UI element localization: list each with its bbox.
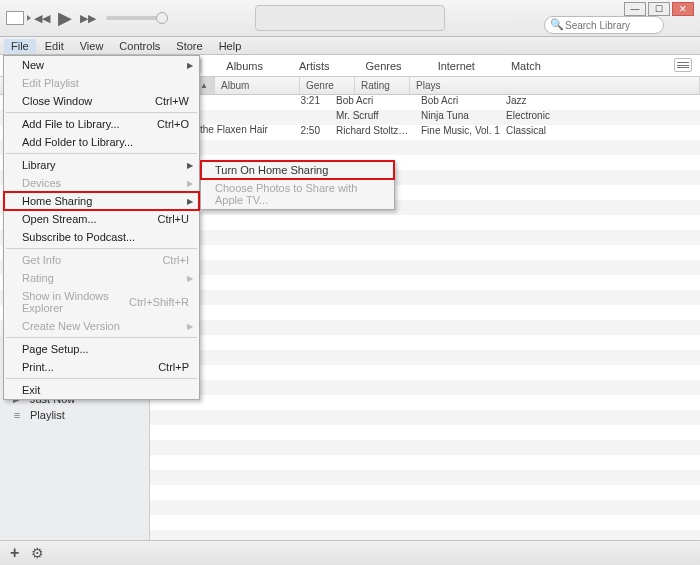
maximize-button[interactable]: ☐ (648, 2, 670, 16)
menu-item-subscribe-podcast[interactable]: Subscribe to Podcast... (4, 228, 199, 246)
play-button[interactable]: ▶ (58, 7, 72, 29)
menu-item-page-setup[interactable]: Page Setup... (4, 340, 199, 358)
add-button[interactable]: + (10, 544, 19, 562)
close-button[interactable]: ✕ (672, 2, 694, 16)
track-name-fragment: the Flaxen Hair (200, 124, 268, 135)
tab-internet[interactable]: Internet (426, 58, 487, 74)
search-icon: 🔍 (550, 18, 564, 31)
col-plays[interactable]: Plays (410, 77, 700, 94)
col-genre[interactable]: Genre (300, 77, 355, 94)
menu-item-create-version: Create New Version (4, 317, 199, 335)
prev-track-button[interactable]: ◀◀ (34, 12, 50, 25)
menu-item-exit[interactable]: Exit (4, 381, 199, 399)
menu-item-open-stream[interactable]: Open Stream...Ctrl+U (4, 210, 199, 228)
gear-button[interactable]: ⚙ (31, 545, 44, 561)
menu-item-show-explorer: Show in Windows ExplorerCtrl+Shift+R (4, 287, 199, 317)
menu-item-edit-playlist: Edit Playlist (4, 74, 199, 92)
file-menu: New Edit Playlist Close WindowCtrl+W Add… (3, 55, 200, 400)
volume-slider[interactable] (106, 16, 166, 20)
menu-item-add-file[interactable]: Add File to Library...Ctrl+O (4, 115, 199, 133)
table-row[interactable]: 3:21 Bob Acri Bob Acri Jazz (200, 95, 700, 110)
menu-item-print[interactable]: Print...Ctrl+P (4, 358, 199, 376)
player-toolbar: ◀◀ ▶ ▶▶ — ☐ ✕ 🔍 (0, 0, 700, 37)
menu-view[interactable]: View (73, 39, 111, 53)
mini-player-toggle[interactable] (6, 11, 24, 25)
minimize-button[interactable]: — (624, 2, 646, 16)
table-row[interactable]: Mr. Scruff Ninja Tuna Electronic (200, 110, 700, 125)
table-row[interactable]: 2:50 Richard Stoltzman/S... Fine Music, … (200, 125, 700, 140)
sidebar-item-playlist[interactable]: ≡Playlist (0, 407, 149, 423)
menu-item-home-sharing[interactable]: Home Sharing (4, 192, 199, 210)
menu-item-rating: Rating (4, 269, 199, 287)
bottom-bar: + ⚙ (0, 540, 700, 565)
col-album[interactable]: Album (215, 77, 300, 94)
now-playing-display (255, 5, 445, 31)
menu-item-choose-photos: Choose Photos to Share with Apple TV... (201, 179, 394, 209)
menu-item-new[interactable]: New (4, 56, 199, 74)
home-sharing-submenu: Turn On Home Sharing Choose Photos to Sh… (200, 160, 395, 210)
menu-store[interactable]: Store (169, 39, 209, 53)
menu-item-get-info: Get InfoCtrl+I (4, 251, 199, 269)
menu-edit[interactable]: Edit (38, 39, 71, 53)
sort-asc-icon: ▲ (200, 81, 208, 90)
playlist-icon: ≡ (10, 409, 24, 421)
tab-albums[interactable]: Albums (214, 58, 275, 74)
menu-controls[interactable]: Controls (112, 39, 167, 53)
menu-item-turn-on-home-sharing[interactable]: Turn On Home Sharing (201, 161, 394, 179)
menubar: File Edit View Controls Store Help (0, 37, 700, 55)
tab-match[interactable]: Match (499, 58, 553, 74)
list-view-button[interactable] (674, 58, 692, 72)
tab-artists[interactable]: Artists (287, 58, 342, 74)
menu-help[interactable]: Help (212, 39, 249, 53)
menu-item-add-folder[interactable]: Add Folder to Library... (4, 133, 199, 151)
menu-item-close-window[interactable]: Close WindowCtrl+W (4, 92, 199, 110)
tab-genres[interactable]: Genres (354, 58, 414, 74)
menu-item-library[interactable]: Library (4, 156, 199, 174)
menu-item-devices: Devices (4, 174, 199, 192)
next-track-button[interactable]: ▶▶ (80, 12, 96, 25)
col-rating[interactable]: Rating (355, 77, 410, 94)
menu-file[interactable]: File (4, 39, 36, 53)
